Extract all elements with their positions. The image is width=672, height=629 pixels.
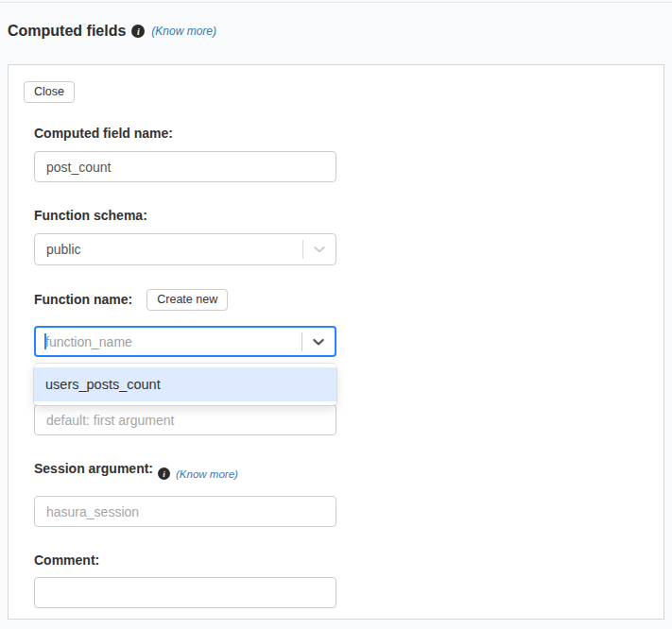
computed-field-name-input[interactable] (34, 151, 336, 182)
computed-field-name-group: Computed field name: (34, 126, 336, 182)
session-argument-input[interactable] (34, 496, 336, 527)
first-argument-input[interactable] (34, 404, 336, 435)
computed-fields-panel: Close Computed field name: Function sche… (8, 64, 664, 620)
function-name-combobox[interactable] (34, 326, 336, 357)
computed-field-name-label: Computed field name: (34, 126, 336, 142)
function-schema-group: Function schema: public (34, 208, 336, 265)
comment-input[interactable] (34, 577, 336, 608)
computed-fields-page: Computed fields i (Know more) Close Comp… (0, 2, 672, 629)
session-argument-label-row: Session argument: i (Know more) (34, 461, 336, 486)
session-argument-label: Session argument: (34, 461, 153, 477)
function-name-input[interactable] (36, 334, 302, 349)
create-new-button[interactable]: Create new (146, 289, 228, 311)
chevron-down-icon[interactable] (303, 234, 336, 264)
function-name-label-row: Function name: Create new (34, 289, 336, 311)
page-title: Computed fields (8, 23, 126, 40)
function-name-dropdown-menu: users_posts_count (34, 364, 336, 405)
know-more-link[interactable]: (Know more) (151, 25, 216, 38)
comment-group: Comment: (34, 552, 336, 608)
info-icon: i (158, 468, 170, 480)
close-button[interactable]: Close (24, 81, 75, 103)
comment-label: Comment: (34, 552, 336, 569)
info-icon: i (131, 25, 145, 38)
top-divider (0, 2, 672, 3)
dropdown-option[interactable]: users_posts_count (34, 367, 336, 401)
chevron-down-icon[interactable] (302, 328, 335, 355)
function-schema-label: Function schema: (34, 208, 336, 224)
function-schema-select[interactable]: public (34, 233, 336, 265)
function-schema-selected-value: public (35, 242, 302, 257)
function-name-group: Function name: Create new users_p (34, 289, 336, 435)
computed-field-form: Computed field name: Function schema: pu… (34, 126, 336, 608)
function-name-label: Function name: (34, 292, 132, 308)
know-more-link[interactable]: (Know more) (176, 468, 238, 480)
page-header: Computed fields i (Know more) (8, 22, 664, 41)
session-argument-group: Session argument: i (Know more) (34, 461, 336, 527)
text-cursor (44, 333, 46, 349)
